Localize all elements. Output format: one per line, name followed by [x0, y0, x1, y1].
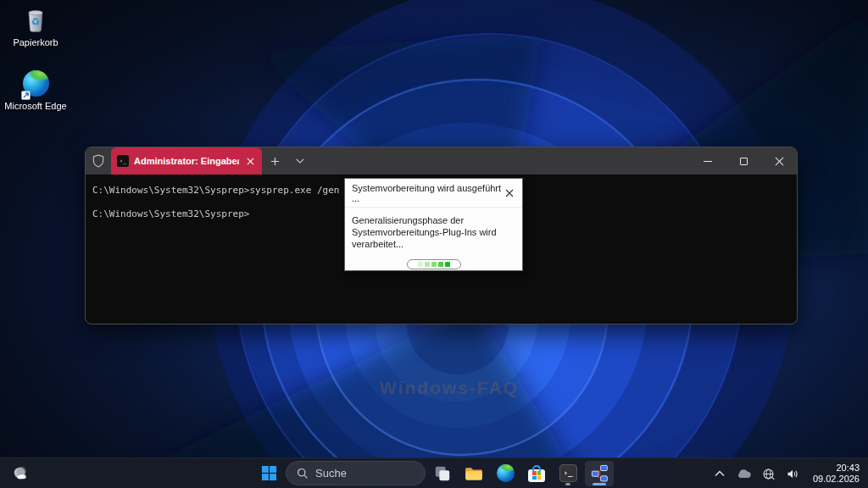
windows-logo-icon	[261, 465, 277, 481]
globe-no-internet-icon	[762, 468, 775, 480]
speaker-icon	[787, 469, 799, 480]
desktop-icon-microsoft-edge[interactable]: Microsoft Edge	[3, 68, 69, 111]
file-explorer-button[interactable]	[459, 461, 488, 486]
wallpaper-watermark: Windows-FAQ	[380, 378, 519, 398]
terminal-tab-admin-cmd[interactable]: ›_ Administrator: Eingabeaufforderung	[111, 147, 262, 175]
hidden-icons-button[interactable]	[711, 463, 728, 485]
onedrive-status-button[interactable]	[736, 463, 753, 485]
cmd-icon: ›_	[117, 155, 129, 167]
titlebar-drag-area[interactable]	[313, 147, 690, 175]
search-placeholder: Suche	[315, 467, 347, 480]
sysprep-icon	[591, 464, 609, 482]
svg-text:♻: ♻	[31, 16, 41, 28]
sysprep-progress-bar	[407, 259, 461, 269]
sysprep-taskbar-button[interactable]	[585, 461, 614, 486]
new-tab-button[interactable]	[262, 147, 287, 175]
sysprep-dialog-close-icon[interactable]	[503, 186, 516, 200]
microsoft-store-button[interactable]	[522, 461, 551, 486]
tab-title: Administrator: Eingabeaufforderung	[134, 156, 239, 166]
progress-marquee-block	[425, 262, 430, 267]
file-explorer-icon	[465, 466, 483, 481]
terminal-taskbar-button[interactable]: ›_	[554, 461, 582, 486]
desktop-icon-label: Microsoft Edge	[4, 101, 66, 111]
microsoft-store-icon	[528, 465, 545, 482]
edge-icon	[23, 68, 49, 98]
system-tray: 20:43 09.02.2026	[711, 458, 863, 488]
widgets-weather-button[interactable]	[8, 463, 32, 485]
running-indicator	[565, 483, 570, 485]
volume-button[interactable]	[785, 463, 802, 485]
sysprep-dialog-titlebar[interactable]: Systemvorbereitung wird ausgeführt ...	[345, 179, 522, 208]
clock-date: 09.02.2026	[813, 474, 860, 485]
edge-icon	[497, 464, 515, 482]
taskbar-search-box[interactable]: Suche	[286, 461, 426, 485]
sysprep-dialog-title: Systemvorbereitung wird ausgeführt ...	[352, 183, 503, 203]
desktop-icon-label: Papierkorb	[13, 37, 58, 47]
moon-cloud-weather-icon	[12, 465, 29, 482]
task-view-icon	[434, 465, 451, 482]
recycle-bin-icon: ♻	[22, 4, 49, 35]
progress-marquee-block	[445, 262, 450, 267]
progress-marquee-block	[418, 262, 423, 267]
task-view-button[interactable]	[428, 461, 457, 486]
admin-shield-icon	[86, 147, 111, 175]
clock-time: 20:43	[813, 463, 860, 474]
progress-marquee-block	[431, 262, 437, 267]
maximize-button[interactable]	[726, 147, 761, 175]
close-button[interactable]	[761, 147, 797, 175]
desktop-icon-recycle-bin[interactable]: ♻ Papierkorb	[3, 4, 69, 47]
taskbar-center-group: Suche	[254, 461, 614, 486]
active-indicator	[593, 483, 606, 485]
tab-dropdown-button[interactable]	[287, 147, 313, 175]
chevron-up-icon	[715, 470, 725, 477]
minimize-button[interactable]	[690, 147, 726, 175]
terminal-titlebar[interactable]: ›_ Administrator: Eingabeaufforderung	[86, 147, 797, 175]
edge-button[interactable]	[491, 461, 520, 486]
start-button[interactable]	[254, 461, 283, 486]
taskbar: Suche	[0, 458, 868, 488]
terminal-icon: ›_	[559, 464, 577, 482]
sysprep-dialog-message: Generalisierungsphase der Systemvorberei…	[345, 208, 522, 250]
network-status-button[interactable]	[760, 463, 777, 485]
sysprep-dialog: Systemvorbereitung wird ausgeführt ... G…	[344, 178, 523, 271]
tab-close-icon[interactable]	[244, 155, 256, 167]
search-icon	[297, 468, 309, 480]
onedrive-cloud-icon	[737, 469, 752, 479]
progress-marquee-block	[438, 262, 443, 267]
desktop: Windows-FAQ ♻ Papierkorb Microsoft Edge	[0, 0, 868, 488]
taskbar-clock[interactable]: 20:43 09.02.2026	[810, 463, 863, 485]
shortcut-arrow-icon	[21, 91, 31, 100]
